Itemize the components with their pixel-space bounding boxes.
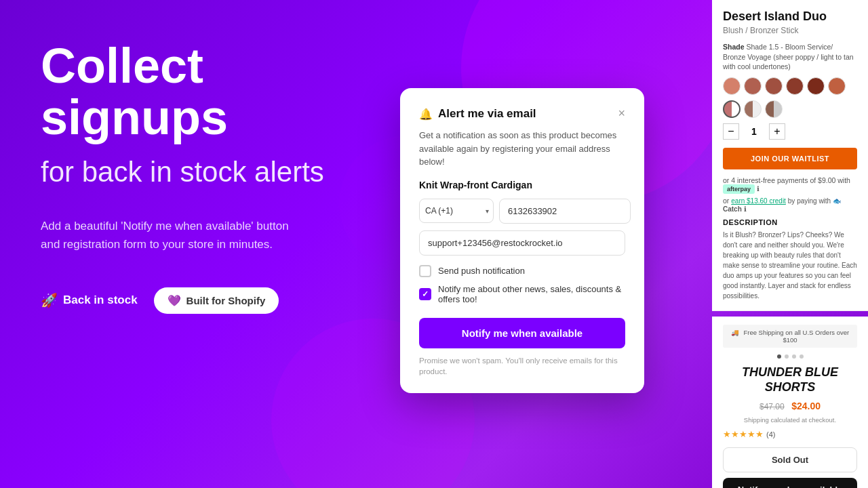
news-notification-row[interactable]: Notify me about other news, sales, disco… [419, 284, 625, 304]
description-title: DESCRIPTION [723, 218, 857, 226]
subheadline: for back in stock alerts [41, 155, 353, 189]
join-waitlist-button[interactable]: JOIN OUR WAITLIST [723, 148, 857, 169]
swatch-2[interactable] [744, 77, 762, 95]
news-notification-checkbox[interactable] [419, 288, 431, 300]
swatch-5[interactable] [807, 77, 825, 95]
qty-minus-button[interactable]: − [723, 123, 739, 140]
push-notification-row[interactable]: Send push notification [419, 265, 625, 277]
shade-label: Shade Shade 1.5 - Bloom Service/ Bronze … [723, 42, 857, 72]
price-new: $24.00 [791, 401, 821, 411]
modal-container: 🔔 Alert me via email × Get a notificatio… [400, 88, 644, 393]
shopify-badge[interactable]: 💜 Built for Shopify [154, 287, 279, 314]
carousel-dots [723, 354, 857, 359]
star-rating: ★★★★★ [723, 429, 764, 439]
back-in-stock-badge: 🚀 Back in stock [41, 292, 138, 308]
dot-4[interactable] [800, 354, 804, 359]
qty-value: 1 [747, 126, 761, 137]
review-count: (4) [766, 430, 775, 439]
product-subtitle-top: Blush / Bronzer Stick [723, 26, 857, 35]
swatch-4[interactable] [786, 77, 804, 95]
price-old: $47.00 [760, 402, 785, 411]
free-shipping-bar: 🚚 Free Shipping on all U.S Orders over $… [723, 325, 857, 348]
modal-title: 🔔 Alert me via email [419, 107, 536, 121]
rocket-icon: 🚀 [41, 292, 58, 308]
right-panel: Desert Island Duo Blush / Bronzer Stick … [712, 0, 868, 488]
description: Add a beautiful 'Notify me when availabl… [41, 217, 298, 253]
product-card-bottom: 🚚 Free Shipping on all U.S Orders over $… [712, 317, 868, 488]
product-card-top: Desert Island Duo Blush / Bronzer Stick … [712, 0, 868, 310]
dot-3[interactable] [792, 354, 796, 359]
afterpay-logo: afterpay [723, 184, 755, 194]
email-input[interactable] [419, 230, 625, 256]
payment-info-1: or 4 interest-free payments of $9.00 wit… [723, 176, 857, 194]
push-notification-checkbox[interactable] [419, 265, 431, 277]
color-swatches [723, 77, 857, 95]
notify-me-bottom-button[interactable]: Notify me when available [723, 478, 857, 488]
product-title-bottom: THUNDER BLUE SHORTS [723, 365, 857, 394]
close-button[interactable]: × [618, 107, 625, 119]
spam-note: Promise we won't spam. You'll only recei… [419, 355, 625, 377]
modal-description: Get a notification as soon as this produ… [419, 129, 625, 169]
phone-row: CA (+1) US (+1) UK (+44) [419, 199, 625, 224]
push-notification-label: Send push notification [438, 266, 525, 276]
qty-row: − 1 + [723, 123, 857, 140]
description-section: DESCRIPTION Is it Blush? Bronzer? Lips? … [723, 218, 857, 301]
phone-country-select[interactable]: CA (+1) US (+1) UK (+44) [419, 199, 494, 223]
swatch-6[interactable] [828, 77, 846, 95]
color-swatches-2 [723, 100, 857, 118]
description-text: Is it Blush? Bronzer? Lips? Cheeks? We d… [723, 230, 857, 301]
bell-icon: 🔔 [419, 108, 433, 121]
shipping-calc: Shipping calculated at checkout. [723, 416, 857, 424]
swatch-7[interactable] [723, 100, 741, 118]
swatch-3[interactable] [765, 77, 783, 95]
phone-country-wrapper[interactable]: CA (+1) US (+1) UK (+44) [419, 199, 494, 224]
alert-modal: 🔔 Alert me via email × Get a notificatio… [400, 88, 644, 393]
dot-2[interactable] [785, 354, 789, 359]
catch-credit-link[interactable]: earn $13.60 credit [731, 197, 786, 205]
sold-out-button[interactable]: Sold Out [723, 447, 857, 472]
back-in-stock-label: Back in stock [63, 293, 138, 307]
product-title-top: Desert Island Duo [723, 9, 857, 24]
modal-product-name: Knit Wrap-front Cardigan [419, 180, 625, 190]
news-notification-label: Notify me about other news, sales, disco… [438, 284, 625, 304]
bottom-badges: 🚀 Back in stock 💜 Built for Shopify [41, 287, 353, 314]
phone-number-input[interactable] [499, 199, 631, 224]
modal-header: 🔔 Alert me via email × [419, 107, 625, 121]
swatch-8[interactable] [744, 100, 762, 118]
swatch-1[interactable] [723, 77, 741, 95]
shopify-label: Built for Shopify [186, 295, 266, 306]
left-section: Collect signups for back in stock alerts… [41, 41, 353, 314]
headline: Collect signups [41, 41, 353, 143]
qty-plus-button[interactable]: + [769, 123, 785, 140]
heart-icon: 💜 [167, 294, 181, 307]
price-row: $47.00 $24.00 [723, 400, 857, 412]
stars-row: ★★★★★ (4) [723, 429, 857, 439]
truck-icon: 🚚 [731, 329, 739, 336]
payment-info-2: or earn $13.60 credit by paying with 🐟 C… [723, 197, 857, 213]
swatch-9[interactable] [765, 100, 783, 118]
notify-available-button[interactable]: Notify me when available [419, 318, 625, 348]
dot-1[interactable] [777, 354, 781, 359]
